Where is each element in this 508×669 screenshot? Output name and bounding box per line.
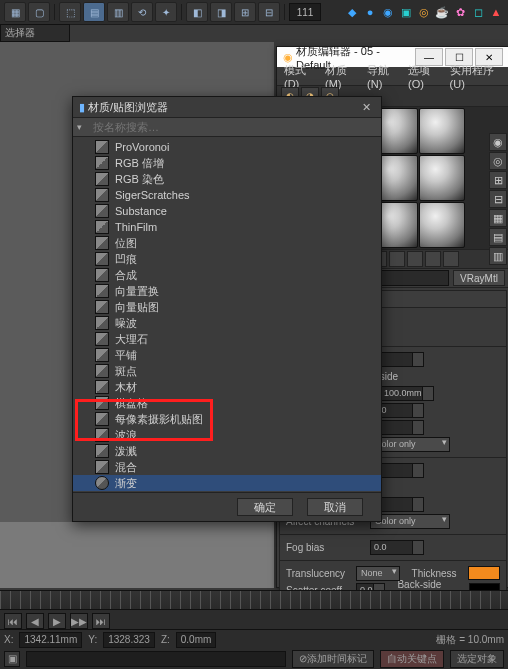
script-icon[interactable]: ▣ bbox=[4, 651, 20, 667]
browser-item-label: 渐变 bbox=[115, 476, 137, 491]
warning-icon[interactable]: ▲ bbox=[488, 4, 504, 20]
timeline-prev-button[interactable]: ◀ bbox=[26, 613, 44, 629]
toolbar-button[interactable]: ⊟ bbox=[258, 2, 280, 22]
browser-list-item[interactable]: 木材 bbox=[73, 379, 381, 395]
side-tool[interactable]: ⊞ bbox=[489, 171, 507, 189]
toolbar-button[interactable]: ⟲ bbox=[131, 2, 153, 22]
menu-mode[interactable]: 模式(D) bbox=[281, 63, 320, 90]
toolbar-button[interactable]: ▤ bbox=[83, 2, 105, 22]
side-tool[interactable]: ▤ bbox=[489, 228, 507, 246]
mini-tool[interactable] bbox=[407, 251, 423, 267]
dim-distance-spinner[interactable]: 100.0mm bbox=[380, 386, 434, 401]
map-type-icon bbox=[95, 252, 109, 266]
mini-tool[interactable] bbox=[425, 251, 441, 267]
browser-search-input[interactable] bbox=[91, 120, 377, 134]
close-button[interactable]: ✕ bbox=[357, 100, 375, 114]
affect-channels-dropdown[interactable]: Color only bbox=[370, 514, 450, 529]
timeline[interactable]: ⏮ ◀ ▶ ▶▶ ⏭ bbox=[0, 590, 508, 631]
side-tool[interactable]: ⊟ bbox=[489, 190, 507, 208]
browser-list-item[interactable]: Substance bbox=[73, 203, 381, 219]
shape-icon[interactable]: ✿ bbox=[452, 4, 468, 20]
browser-item-label: 渐变坡度 bbox=[115, 492, 159, 493]
thickness-swatch[interactable] bbox=[468, 566, 500, 580]
browser-list-item[interactable]: 混合 bbox=[73, 459, 381, 475]
light-icon[interactable]: ● bbox=[362, 4, 378, 20]
maxscript-field[interactable] bbox=[26, 651, 286, 667]
menu-navigate[interactable]: 导航(N) bbox=[364, 63, 403, 90]
helper-icon[interactable]: ◻ bbox=[470, 4, 486, 20]
ok-button[interactable]: 确定 bbox=[237, 498, 293, 516]
toolbar-button[interactable]: ◨ bbox=[210, 2, 232, 22]
browser-list-item[interactable]: 大理石 bbox=[73, 331, 381, 347]
browser-list-item[interactable]: 每像素摄影机贴图 bbox=[73, 411, 381, 427]
coord-x-field[interactable]: 1342.11mm bbox=[19, 632, 82, 648]
side-tool[interactable]: ◎ bbox=[489, 152, 507, 170]
menu-utils[interactable]: 实用程序(U) bbox=[447, 63, 505, 90]
toolbar-button[interactable]: ▢ bbox=[28, 2, 50, 22]
toolbar-button[interactable]: ⬚ bbox=[59, 2, 81, 22]
toolbar-button[interactable]: ▦ bbox=[4, 2, 26, 22]
browser-list-item[interactable]: 棋盘格 bbox=[73, 395, 381, 411]
light-icon[interactable]: ◉ bbox=[380, 4, 396, 20]
translucency-dropdown[interactable]: None bbox=[356, 566, 400, 581]
side-tool[interactable]: ◉ bbox=[489, 133, 507, 151]
browser-list[interactable]: ProVoronoiRGB 倍增RGB 染色SigerScratchesSubs… bbox=[73, 137, 381, 492]
sample-slot[interactable] bbox=[419, 108, 465, 154]
timeline-ruler[interactable] bbox=[0, 591, 508, 610]
browser-list-item[interactable]: ProVoronoi bbox=[73, 139, 381, 155]
toolbar-button[interactable]: ◧ bbox=[186, 2, 208, 22]
browser-list-item[interactable]: RGB 染色 bbox=[73, 171, 381, 187]
browser-list-item[interactable]: 波浪 bbox=[73, 427, 381, 443]
timeline-play-button[interactable]: ▶ bbox=[48, 613, 66, 629]
browser-list-item[interactable]: 合成 bbox=[73, 267, 381, 283]
browser-item-label: 波浪 bbox=[115, 428, 137, 443]
browser-list-item[interactable]: 位图 bbox=[73, 235, 381, 251]
side-tool[interactable]: ▦ bbox=[489, 209, 507, 227]
browser-item-label: SigerScratches bbox=[115, 189, 190, 201]
add-time-tag-button[interactable]: ⊘ 添加时间标记 bbox=[292, 650, 374, 668]
selected-object-button[interactable]: 选定对象 bbox=[450, 650, 504, 668]
timeline-last-button[interactable]: ⏭ bbox=[92, 613, 110, 629]
browser-list-item[interactable]: 凹痕 bbox=[73, 251, 381, 267]
browser-list-item[interactable]: RGB 倍增 bbox=[73, 155, 381, 171]
affect-channels-dropdown[interactable]: Color only bbox=[370, 437, 450, 452]
fog-bias-spinner[interactable]: 0.0 bbox=[370, 540, 424, 555]
browser-list-item[interactable]: 向量置换 bbox=[73, 283, 381, 299]
browser-list-item[interactable]: ThinFilm bbox=[73, 219, 381, 235]
browser-list-item[interactable]: 斑点 bbox=[73, 363, 381, 379]
menu-options[interactable]: 选项(O) bbox=[405, 63, 445, 90]
map-type-icon bbox=[95, 364, 109, 378]
mini-tool[interactable] bbox=[389, 251, 405, 267]
teapot-icon[interactable]: ☕ bbox=[434, 4, 450, 20]
material-type-button[interactable]: VRayMtl bbox=[453, 270, 505, 286]
browser-list-item[interactable]: 渐变 bbox=[73, 475, 381, 491]
timeline-first-button[interactable]: ⏮ bbox=[4, 613, 22, 629]
browser-list-item[interactable]: 平铺 bbox=[73, 347, 381, 363]
map-type-icon bbox=[95, 460, 109, 474]
chevron-down-icon[interactable]: ▾ bbox=[77, 122, 87, 132]
toolbar-button[interactable]: ▥ bbox=[107, 2, 129, 22]
mini-tool[interactable] bbox=[443, 251, 459, 267]
light-icon[interactable]: ◆ bbox=[344, 4, 360, 20]
camera-icon[interactable]: ▣ bbox=[398, 4, 414, 20]
browser-list-item[interactable]: 向量贴图 bbox=[73, 299, 381, 315]
menu-material[interactable]: 材质(M) bbox=[322, 63, 362, 90]
coord-z-field[interactable]: 0.0mm bbox=[176, 632, 217, 648]
sample-slot[interactable] bbox=[419, 155, 465, 201]
browser-titlebar[interactable]: ▮ 材质/贴图浏览器 ✕ bbox=[73, 97, 381, 118]
side-tool[interactable]: ▥ bbox=[489, 247, 507, 265]
browser-list-item[interactable]: 渐变坡度 bbox=[73, 491, 381, 492]
sample-slot[interactable] bbox=[419, 202, 465, 248]
browser-list-item[interactable]: SigerScratches bbox=[73, 187, 381, 203]
toolbar-number[interactable]: 111 bbox=[289, 3, 321, 21]
toolbar-button[interactable]: ⊞ bbox=[234, 2, 256, 22]
cancel-button[interactable]: 取消 bbox=[307, 498, 363, 516]
timeline-next-button[interactable]: ▶▶ bbox=[70, 613, 88, 629]
coord-y-field[interactable]: 1328.323 bbox=[103, 632, 155, 648]
label: Thickness bbox=[412, 568, 462, 579]
geom-icon[interactable]: ◎ bbox=[416, 4, 432, 20]
browser-list-item[interactable]: 泼溅 bbox=[73, 443, 381, 459]
toolbar-button[interactable]: ✦ bbox=[155, 2, 177, 22]
browser-list-item[interactable]: 噪波 bbox=[73, 315, 381, 331]
autokey-button[interactable]: 自动关键点 bbox=[380, 650, 444, 668]
